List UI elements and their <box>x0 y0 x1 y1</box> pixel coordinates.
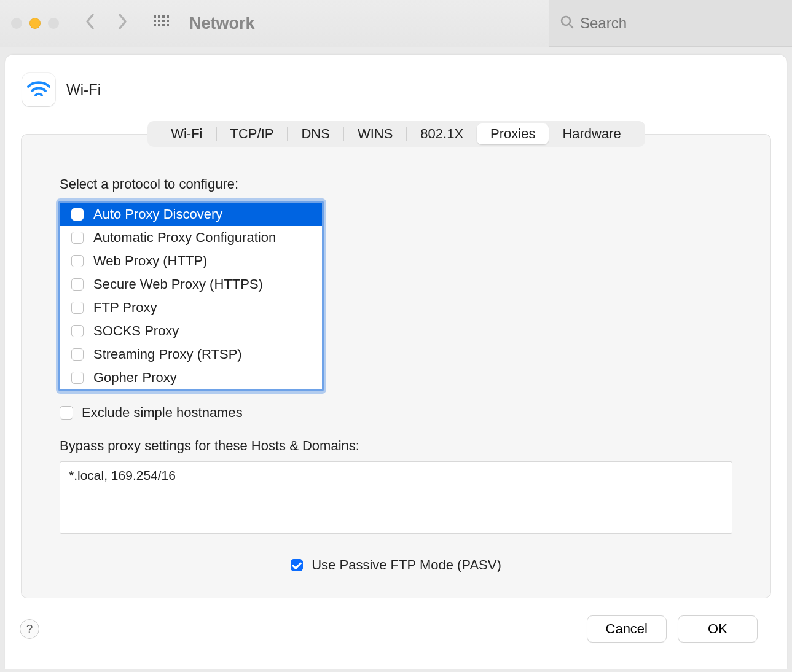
protocol-label: Secure Web Proxy (HTTPS) <box>93 276 263 292</box>
protocol-item-auto-discovery[interactable]: Auto Proxy Discovery <box>60 203 322 226</box>
protocol-item-http[interactable]: Web Proxy (HTTP) <box>60 249 322 273</box>
search-icon <box>560 15 574 31</box>
interface-header: Wi-Fi <box>5 73 787 121</box>
back-button[interactable] <box>79 13 102 34</box>
tab-8021x[interactable]: 802.1X <box>407 123 477 144</box>
protocol-list[interactable]: Auto Proxy Discovery Automatic Proxy Con… <box>58 201 324 391</box>
close-window-button[interactable] <box>11 18 22 29</box>
help-button[interactable]: ? <box>20 619 39 639</box>
window-toolbar: Network <box>0 0 792 47</box>
protocol-item-socks[interactable]: SOCKS Proxy <box>60 319 322 343</box>
ok-button[interactable]: OK <box>678 615 758 643</box>
bypass-input[interactable] <box>60 461 732 534</box>
protocol-item-gopher[interactable]: Gopher Proxy <box>60 366 322 389</box>
exclude-hostnames-checkbox[interactable] <box>60 406 73 420</box>
pasv-label: Use Passive FTP Mode (PASV) <box>312 557 501 573</box>
forward-button[interactable] <box>111 13 134 34</box>
search-input[interactable] <box>580 15 792 32</box>
tab-dns[interactable]: DNS <box>288 123 343 144</box>
svg-line-1 <box>570 24 573 28</box>
protocol-label: FTP Proxy <box>93 300 157 316</box>
tab-wins[interactable]: WINS <box>344 123 406 144</box>
all-preferences-icon[interactable] <box>154 15 170 31</box>
proxies-panel: Select a protocol to configure: Auto Pro… <box>21 134 771 598</box>
pasv-checkbox[interactable] <box>291 559 303 571</box>
protocol-item-auto-config[interactable]: Automatic Proxy Configuration <box>60 226 322 249</box>
checkbox[interactable] <box>71 302 84 314</box>
protocol-label: Automatic Proxy Configuration <box>93 230 276 246</box>
tab-bar: Wi-Fi TCP/IP DNS WINS 802.1X Proxies Har… <box>147 121 645 147</box>
wifi-icon <box>22 73 55 106</box>
protocol-label: SOCKS Proxy <box>93 323 179 339</box>
minimize-window-button[interactable] <box>29 18 41 29</box>
bypass-label: Bypass proxy settings for these Hosts & … <box>60 438 732 454</box>
checkbox[interactable] <box>71 278 84 291</box>
tab-proxies[interactable]: Proxies <box>477 123 549 144</box>
protocol-label: Streaming Proxy (RTSP) <box>93 346 242 362</box>
exclude-hostnames-label: Exclude simple hostnames <box>82 405 243 421</box>
protocol-item-https[interactable]: Secure Web Proxy (HTTPS) <box>60 273 322 296</box>
checkbox[interactable] <box>71 255 84 267</box>
checkbox[interactable] <box>71 232 84 244</box>
protocol-section-label: Select a protocol to configure: <box>60 176 732 192</box>
checkbox[interactable] <box>71 208 84 221</box>
advanced-sheet: Wi-Fi Wi-Fi TCP/IP DNS WINS 802.1X Proxi… <box>5 55 787 669</box>
pasv-row[interactable]: Use Passive FTP Mode (PASV) <box>60 557 732 573</box>
button-row: Cancel OK <box>587 615 758 643</box>
exclude-hostnames-row[interactable]: Exclude simple hostnames <box>60 405 732 421</box>
protocol-label: Gopher Proxy <box>93 370 177 386</box>
tab-tcpip[interactable]: TCP/IP <box>217 123 288 144</box>
cancel-button[interactable]: Cancel <box>587 615 667 643</box>
checkbox[interactable] <box>71 325 84 337</box>
protocol-label: Auto Proxy Discovery <box>93 206 222 222</box>
window-traffic-lights <box>11 18 59 29</box>
tab-wifi[interactable]: Wi-Fi <box>157 123 216 144</box>
maximize-window-button[interactable] <box>48 18 59 29</box>
interface-name: Wi-Fi <box>66 81 101 98</box>
protocol-label: Web Proxy (HTTP) <box>93 253 207 269</box>
search-field-wrap <box>549 0 792 47</box>
checkbox[interactable] <box>71 348 84 361</box>
tab-hardware[interactable]: Hardware <box>549 123 634 144</box>
checkbox[interactable] <box>71 372 84 384</box>
sheet-backdrop: Wi-Fi Wi-Fi TCP/IP DNS WINS 802.1X Proxi… <box>0 47 792 672</box>
protocol-item-rtsp[interactable]: Streaming Proxy (RTSP) <box>60 343 322 366</box>
window-title: Network <box>189 14 255 33</box>
sheet-footer: ? Cancel OK <box>5 598 787 643</box>
protocol-item-ftp[interactable]: FTP Proxy <box>60 296 322 319</box>
